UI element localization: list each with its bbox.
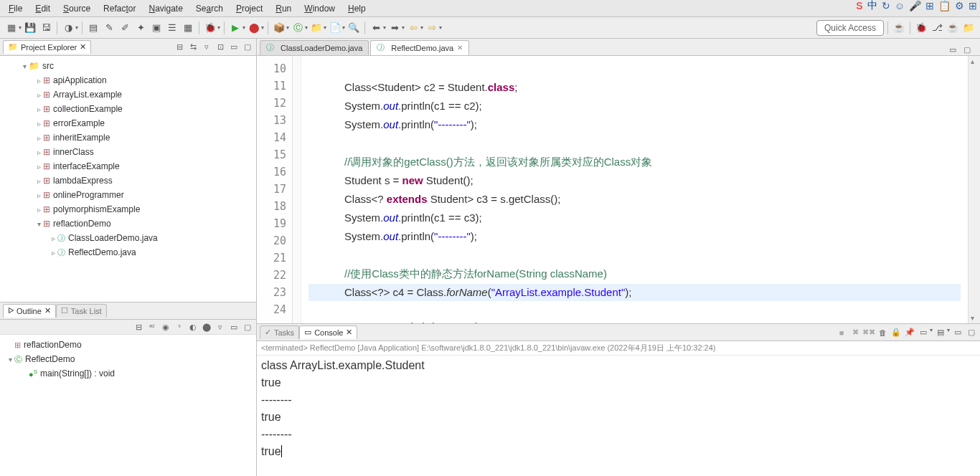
display-selected-icon[interactable]: ▭ xyxy=(918,327,929,338)
terminate-icon[interactable]: ■ xyxy=(836,327,847,338)
menu-file[interactable]: FFileile xyxy=(3,2,28,15)
new-icon[interactable]: ▦ xyxy=(4,21,19,35)
link-editor-icon[interactable]: ⇆ xyxy=(187,42,199,53)
console-tab[interactable]: ▭ Console ✕ xyxy=(299,325,357,339)
hide-fields-icon[interactable]: ◉ xyxy=(160,321,171,333)
console-max-icon[interactable]: ▢ xyxy=(966,327,977,338)
outline-max-icon[interactable]: ▢ xyxy=(242,321,253,333)
editor-min-icon[interactable]: ▭ xyxy=(947,44,958,55)
outline-class[interactable]: ▾ⒸReflectDemo xyxy=(1,352,255,366)
main-toolbar: ▦▾ 💾 🖫 ◑▾ ▤ ✎ ✐ ✦ ▣ ☰ ▦ 🐞▾ ▶▾ ⬤▾ 📦▾ Ⓒ▾ 📁… xyxy=(0,17,980,39)
sort-icon[interactable]: ⊟ xyxy=(133,321,144,333)
brush-icon[interactable]: ✐ xyxy=(118,21,132,35)
editor-max-icon[interactable]: ▢ xyxy=(961,44,973,55)
tree-package[interactable]: ▹⊞onlineProgrammer xyxy=(1,188,255,202)
menu-window[interactable]: Window xyxy=(298,2,341,15)
quick-access-field[interactable]: Quick Access xyxy=(816,20,884,36)
scroll-lock-icon[interactable]: 🔒 xyxy=(890,327,902,338)
list-icon[interactable]: ☰ xyxy=(165,21,179,35)
wand-icon[interactable]: ✎ xyxy=(102,21,116,35)
new-class-icon[interactable]: Ⓒ xyxy=(291,21,305,35)
clear-console-icon[interactable]: 🗑 xyxy=(877,327,888,338)
new-file-icon[interactable]: 📄 xyxy=(328,21,342,35)
open-console-icon[interactable]: ▤ xyxy=(935,327,946,338)
tree-package[interactable]: ▹⊞lambdaExpress xyxy=(1,173,255,188)
remove-all-icon[interactable]: ✖✖ xyxy=(863,327,875,338)
fold-bar[interactable] xyxy=(293,56,301,323)
hide-local-icon[interactable]: ⬤ xyxy=(201,321,212,333)
back-icon[interactable]: ⇦ xyxy=(406,21,420,35)
new-folder-icon[interactable]: 📁 xyxy=(309,21,324,35)
tree-src[interactable]: ▾📁src xyxy=(1,59,255,73)
perspective-java-icon[interactable]: ☕ xyxy=(892,21,906,35)
menu-project[interactable]: Project xyxy=(230,2,268,15)
code-area[interactable]: Class<Student> c2 = Student.class; Syste… xyxy=(301,56,968,323)
remove-launch-icon[interactable]: ✖ xyxy=(849,327,861,338)
star-icon[interactable]: ✦ xyxy=(133,21,148,35)
run-icon[interactable]: ▶ xyxy=(228,21,242,35)
menu-navigate[interactable]: Navigate xyxy=(143,2,188,15)
tree-package[interactable]: ▹⊞apiApplication xyxy=(1,73,255,87)
close-tab-icon[interactable]: ✕ xyxy=(457,44,463,52)
tree-package[interactable]: ▹⊞inheritExample xyxy=(1,130,255,145)
tree-package[interactable]: ▹⊞innerClass xyxy=(1,145,255,159)
editor-tab-active[interactable]: ⒿReflectDemo.java✕ xyxy=(370,40,469,55)
tasks-tab[interactable]: ✓ Tasks xyxy=(260,325,299,339)
outline-method[interactable]: ●Smain(String[]) : void xyxy=(1,366,255,381)
minimize-icon[interactable]: ▭ xyxy=(228,42,240,53)
collapse-all-icon[interactable]: ⊟ xyxy=(174,42,185,53)
outline-min-icon[interactable]: ▭ xyxy=(228,321,240,333)
grid-icon[interactable]: ▦ xyxy=(181,21,195,35)
run-external-icon[interactable]: ⬤ xyxy=(247,21,261,35)
tree-package[interactable]: ▹⊞errorExample xyxy=(1,116,255,130)
project-tree: ▾📁src ▹⊞apiApplication ▹⊞ArrayList.examp… xyxy=(0,56,256,262)
main-menu-bar: FFileile Edit Source Refactor Navigate S… xyxy=(0,0,980,17)
save-all-icon[interactable]: 🖫 xyxy=(39,21,53,35)
tree-file[interactable]: ▹ⒿClassLoaderDemo.java xyxy=(1,231,255,245)
menu-run[interactable]: Run xyxy=(270,2,297,15)
tasklist-tab[interactable]: ☐ Task List xyxy=(56,304,107,318)
editor-scrollbar[interactable] xyxy=(968,56,980,323)
outline-tab[interactable]: ᐅ Outline ✕ xyxy=(3,304,56,318)
menu-search[interactable]: Search xyxy=(190,2,229,15)
hide-static-icon[interactable]: ˢ xyxy=(174,321,185,333)
perspective-other-icon[interactable]: 📁 xyxy=(961,21,976,35)
debug-icon[interactable]: 🐞 xyxy=(203,21,217,35)
tree-package[interactable]: ▹⊞collectionExample xyxy=(1,102,255,116)
perspective-git-icon[interactable]: ⎇ xyxy=(930,21,944,35)
new-package-icon[interactable]: 📦 xyxy=(272,21,286,35)
console-min-icon[interactable]: ▭ xyxy=(952,327,963,338)
tree-package[interactable]: ▹⊞interfaceExample xyxy=(1,159,255,173)
line-gutter: 10 11 12 13 14 15 16 17 18 19 20 21 22 2… xyxy=(257,56,293,323)
menu-edit[interactable]: Edit xyxy=(29,2,56,15)
code-editor[interactable]: 10 11 12 13 14 15 16 17 18 19 20 21 22 2… xyxy=(257,56,980,323)
tree-package[interactable]: ▹⊞polymorphismExample xyxy=(1,202,255,216)
explorer-tab[interactable]: 📁 Project Explorer ✕ xyxy=(3,40,91,54)
perspective-resource-icon[interactable]: ☕ xyxy=(946,21,960,35)
menu-source[interactable]: Source xyxy=(57,2,96,15)
outline-package[interactable]: ⊞reflactionDemo xyxy=(1,338,255,352)
pin-console-icon[interactable]: 📌 xyxy=(904,327,915,338)
editor-tab-inactive[interactable]: ⒿClassLoaderDemo.java xyxy=(260,40,369,55)
prev-annotation-icon[interactable]: ⬅ xyxy=(369,21,383,35)
focus-icon[interactable]: ⊡ xyxy=(215,42,226,53)
menu-refactor[interactable]: Refactor xyxy=(98,2,141,15)
view-menu-icon[interactable]: ▿ xyxy=(201,42,212,53)
next-annotation-icon[interactable]: ➡ xyxy=(387,21,402,35)
tree-package-open[interactable]: ▾⊞reflactionDemo xyxy=(1,216,255,231)
toggle-icon[interactable]: ▤ xyxy=(86,21,100,35)
forward-icon[interactable]: ⇨ xyxy=(425,21,439,35)
box-icon[interactable]: ▣ xyxy=(149,21,164,35)
console-output[interactable]: class ArrayList.example.Student true ---… xyxy=(257,356,980,476)
tree-file[interactable]: ▹ⒿReflectDemo.java xyxy=(1,245,255,260)
outline-menu-icon[interactable]: ▿ xyxy=(215,321,226,333)
filter-icon[interactable]: ᵃᶻ xyxy=(146,321,158,333)
search-icon[interactable]: 🔍 xyxy=(347,21,361,35)
build-icon[interactable]: ◑ xyxy=(61,21,75,35)
hide-nonpublic-icon[interactable]: ◐ xyxy=(187,321,199,333)
tree-package[interactable]: ▹⊞ArrayList.example xyxy=(1,87,255,102)
perspective-debug-icon[interactable]: 🐞 xyxy=(914,21,928,35)
maximize-icon[interactable]: ▢ xyxy=(242,42,253,53)
menu-help[interactable]: Help xyxy=(342,2,372,15)
save-icon[interactable]: 💾 xyxy=(23,21,37,35)
